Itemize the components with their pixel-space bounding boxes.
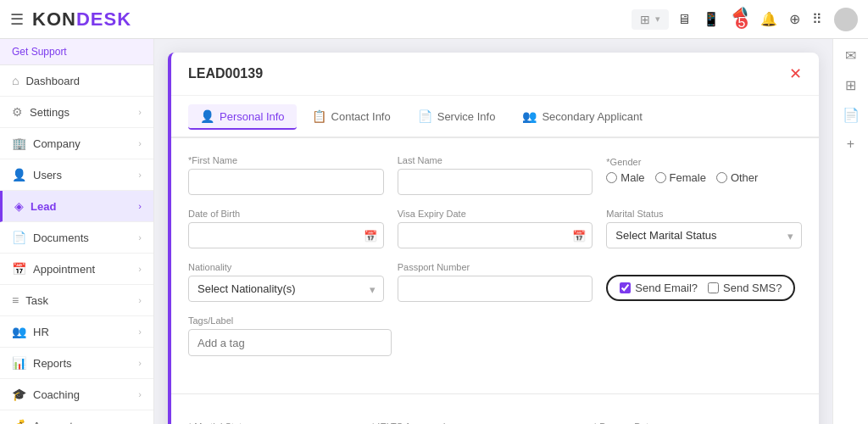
calendar-visa-icon: 📅 — [572, 229, 586, 242]
chevron-settings: › — [138, 107, 142, 117]
visa-expiry-label: Visa Expiry Date — [398, 209, 593, 219]
last-name-group: Last Name — [398, 155, 593, 195]
gender-female-label: Female — [670, 171, 706, 184]
gender-other[interactable]: Other — [716, 171, 759, 184]
appointment-icon: 📅 — [12, 262, 26, 276]
sidebar-item-reports[interactable]: 📊 Reports › — [0, 348, 153, 379]
nationality-select[interactable]: Select Nationality(s) — [188, 276, 384, 302]
coaching-icon: 🎓 — [12, 388, 26, 401]
monitor-icon[interactable]: 🖥 — [677, 12, 691, 27]
sidebar-item-accounts[interactable]: 💰 Accounts › — [0, 410, 153, 424]
notification-icon[interactable]: 📣 5 — [732, 5, 748, 33]
chevron-task: › — [138, 295, 142, 305]
calendar-dob-icon: 📅 — [364, 229, 377, 242]
first-name-label: *First Name — [188, 155, 384, 165]
close-button[interactable]: ✕ — [789, 64, 802, 83]
tabs-bar: 👤 Personal Info 📋 Contact Info 📄 Service… — [171, 96, 819, 138]
last-name-input[interactable] — [398, 169, 593, 195]
dob-group: Date of Birth 📅 — [188, 209, 384, 248]
nationality-group: Nationality Select Nationality(s) — [188, 262, 384, 302]
right-add-icon[interactable]: + — [847, 137, 854, 152]
logo-kon: KON — [32, 8, 76, 30]
sidebar-item-coaching[interactable]: 🎓 Coaching › — [0, 379, 153, 410]
notification-badge: 5 — [736, 17, 748, 29]
contact-info-tab-icon: 📋 — [312, 109, 326, 123]
chevron-hr: › — [138, 326, 142, 337]
main-content: LEAD00139 ✕ 👤 Personal Info 📋 Contact In… — [154, 39, 832, 424]
sidebar-item-settings[interactable]: ⚙ Settings › — [0, 97, 153, 128]
tab-service-info[interactable]: 📄 Service Info — [406, 104, 508, 130]
marital-status-select[interactable]: Select Marital Status — [606, 222, 802, 248]
gender-male[interactable]: Male — [606, 171, 644, 184]
form-row-2: Date of Birth 📅 Visa Expiry Date 📅 — [188, 209, 802, 248]
right-grid-icon[interactable]: ⊞ — [845, 77, 856, 93]
right-doc-icon[interactable]: 📄 — [843, 107, 860, 123]
gender-female[interactable]: Female — [655, 171, 706, 184]
secondary-applicant-tab-icon: 👥 — [522, 109, 537, 123]
company-icon: 🏢 — [12, 137, 26, 150]
dob-input[interactable] — [188, 222, 384, 248]
send-notifications-group: Send Email? Send SMS? — [606, 275, 802, 301]
send-sms-label: Send SMS? — [723, 282, 782, 294]
chevron-documents: › — [138, 232, 142, 243]
tab-personal-info[interactable]: 👤 Personal Info — [188, 104, 297, 130]
reports-icon: 📊 — [12, 356, 26, 370]
nationality-select-wrapper: Select Nationality(s) — [188, 276, 384, 302]
right-email-icon[interactable]: ✉ — [845, 47, 856, 64]
form-body: *First Name Last Name *Gender — [171, 138, 819, 387]
sidebar-item-appointment[interactable]: 📅 Appointment › — [0, 254, 153, 285]
send-email-checkbox[interactable] — [620, 282, 631, 293]
gender-female-radio[interactable] — [655, 172, 666, 183]
first-name-input[interactable] — [188, 169, 384, 195]
sidebar-label-appointment: Appointment — [33, 263, 95, 276]
sidebar-label-coaching: Coaching — [33, 388, 80, 401]
bell-icon[interactable]: 🔔 — [760, 11, 777, 27]
section-divider — [171, 393, 819, 394]
sidebar-item-dashboard[interactable]: ⌂ Dashboard — [0, 65, 153, 97]
tab-contact-info[interactable]: 📋 Contact Info — [300, 104, 403, 130]
marital-status-group: Marital Status Select Marital Status — [606, 209, 802, 248]
hamburger-icon[interactable]: ☰ — [10, 10, 24, 29]
tags-input[interactable] — [188, 329, 392, 356]
tab-secondary-applicant[interactable]: 👥 Secondary Applicant — [510, 104, 654, 130]
sidebar-item-task[interactable]: ≡ Task › — [0, 285, 153, 316]
gender-male-radio[interactable] — [606, 172, 617, 183]
sidebar-item-hr[interactable]: 👥 HR › — [0, 316, 153, 348]
sidebar-label-company: Company — [33, 137, 81, 150]
dropdown-arrow: ▾ — [655, 14, 660, 25]
sidebar-item-lead[interactable]: ◈ Lead › — [0, 191, 153, 222]
tablet-icon[interactable]: 📱 — [703, 11, 720, 27]
apps-icon[interactable]: ⠿ — [812, 11, 822, 27]
visa-expiry-group: Visa Expiry Date 📅 — [398, 209, 593, 248]
marital-status-select-wrapper: Select Marital Status — [606, 222, 802, 248]
gender-other-radio[interactable] — [716, 172, 727, 183]
search-bar[interactable]: ⊞ ▾ — [632, 9, 669, 30]
sidebar-label-lead: Lead — [31, 200, 56, 213]
visa-expiry-input-wrapper: 📅 — [398, 222, 593, 248]
gender-radio-row: Male Female Other — [606, 171, 802, 184]
sidebar-get-support[interactable]: Get Support — [0, 39, 153, 65]
oval-highlight: Send Email? Send SMS? — [606, 275, 795, 301]
logo: KONDESK — [32, 8, 131, 31]
logo-desk: DESK — [76, 8, 131, 30]
sidebar-item-documents[interactable]: 📄 Documents › — [0, 222, 153, 254]
sidebar-item-company[interactable]: 🏢 Company › — [0, 128, 153, 159]
task-icon: ≡ — [12, 293, 19, 307]
passport-input[interactable] — [398, 276, 593, 302]
chevron-users: › — [138, 170, 142, 180]
grid-icon: ⊞ — [640, 13, 650, 26]
chevron-lead: › — [138, 201, 142, 211]
personal-info-tab-label: Personal Info — [220, 110, 285, 123]
service-info-tab-icon: 📄 — [418, 109, 432, 123]
send-email-checkbox-label[interactable]: Send Email? — [620, 282, 698, 294]
users-icon: 👤 — [12, 168, 26, 181]
sidebar-label-hr: HR — [33, 326, 49, 338]
sidebar-item-users[interactable]: 👤 Users › — [0, 159, 153, 191]
avatar[interactable] — [834, 8, 858, 31]
visa-expiry-input[interactable] — [398, 222, 593, 248]
form-row-3: Nationality Select Nationality(s) Passpo… — [188, 262, 802, 302]
plus-circle-icon[interactable]: ⊕ — [789, 11, 800, 27]
send-sms-checkbox[interactable] — [708, 282, 719, 293]
last-name-label: Last Name — [398, 155, 593, 165]
send-sms-checkbox-label[interactable]: Send SMS? — [708, 282, 782, 294]
